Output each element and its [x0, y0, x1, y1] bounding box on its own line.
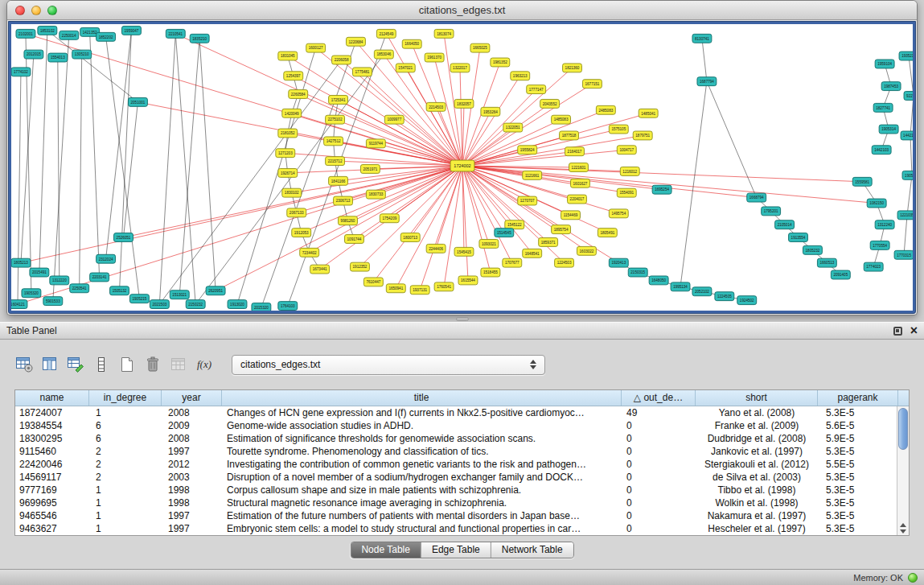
- graph-node[interactable]: 1082150: [867, 199, 886, 208]
- graph-node[interactable]: 2275102: [326, 115, 345, 124]
- column-header-5[interactable]: short: [696, 390, 818, 406]
- graph-node[interactable]: 1955824: [518, 146, 537, 154]
- graph-node[interactable]: 1895754: [552, 225, 571, 234]
- table-row[interactable]: 911546021997Tourette syndrome. Phenomeno…: [15, 445, 898, 458]
- graph-node[interactable]: 1442130: [901, 131, 913, 140]
- graph-node[interactable]: 1575105: [609, 125, 628, 134]
- graph-node[interactable]: 1905215: [129, 295, 149, 303]
- graph-node[interactable]: 1271203: [276, 149, 295, 158]
- graph-node[interactable]: 2105014: [775, 220, 795, 229]
- graph-node[interactable]: 7234402: [300, 248, 319, 257]
- column-header-6[interactable]: pagerank: [818, 390, 898, 406]
- import-table-disabled-icon[interactable]: [166, 352, 191, 377]
- graph-node[interactable]: 1853102: [38, 26, 57, 35]
- graph-node[interactable]: 1913554: [789, 233, 808, 242]
- graph-node[interactable]: 1805491: [598, 229, 617, 237]
- graph-node[interactable]: 1485083: [552, 115, 571, 124]
- graph-node[interactable]: 1687794: [697, 77, 717, 86]
- graph-node[interactable]: 2021503: [150, 300, 169, 309]
- graph-node[interactable]: 2124549: [376, 29, 396, 38]
- graph-node[interactable]: 1805213: [11, 258, 31, 267]
- graph-node[interactable]: 1220684: [347, 37, 366, 46]
- graph-node[interactable]: 1600127: [306, 43, 326, 52]
- scroll-down-icon[interactable]: [900, 529, 906, 534]
- graph-node[interactable]: 2091405: [831, 270, 850, 279]
- close-panel-icon[interactable]: ×: [910, 326, 918, 336]
- graph-node[interactable]: 1545122: [505, 220, 524, 229]
- graph-node[interactable]: 2015491: [30, 268, 49, 277]
- graph-node[interactable]: 1154469: [561, 211, 581, 220]
- graph-node[interactable]: 1770315: [894, 250, 913, 259]
- graph-node[interactable]: 8130741: [692, 34, 712, 43]
- graph-node[interactable]: 1677151: [582, 80, 602, 89]
- delete-table-icon[interactable]: [140, 352, 166, 377]
- graph-node[interactable]: 2260584: [289, 90, 308, 99]
- graph-node[interactable]: 1830733: [366, 190, 385, 199]
- graph-node[interactable]: 1665025: [470, 43, 490, 52]
- graph-node[interactable]: 1905314: [879, 125, 898, 134]
- graph-node[interactable]: 1853046: [374, 50, 393, 59]
- graph-node[interactable]: 1121661: [523, 171, 542, 179]
- graph-node[interactable]: 1813074: [434, 29, 454, 38]
- graph-node[interactable]: 2244406: [426, 244, 446, 253]
- graph-node[interactable]: 9227412: [904, 92, 913, 101]
- graph-node[interactable]: 1913020: [228, 300, 247, 309]
- graph-node[interactable]: 1485041: [639, 109, 658, 117]
- graph-node[interactable]: 1514545: [495, 229, 514, 237]
- graph-node[interactable]: 1668794: [747, 193, 766, 202]
- graph-node[interactable]: 1091744: [345, 235, 364, 244]
- graph-node[interactable]: 5901533: [43, 297, 63, 306]
- graph-node[interactable]: 1775481: [352, 68, 372, 76]
- graph-node[interactable]: 1920413: [609, 258, 628, 267]
- graph-node[interactable]: 2150315: [628, 268, 647, 277]
- column-header-1[interactable]: in_degree: [89, 390, 162, 406]
- graph-node[interactable]: 1821360: [563, 64, 582, 72]
- graph-node[interactable]: 1505132: [110, 286, 129, 295]
- new-document-icon[interactable]: [114, 352, 140, 377]
- graph-node[interactable]: 1603022: [577, 246, 596, 255]
- scrollbar-thumb[interactable]: [898, 408, 908, 450]
- float-panel-icon[interactable]: [893, 327, 902, 336]
- graph-node[interactable]: 1777147: [527, 85, 546, 94]
- network-canvas[interactable]: 1724002183104512543972260584142004921810…: [11, 24, 913, 311]
- graph-node[interactable]: 1830102: [282, 188, 302, 197]
- graph-node[interactable]: 1770554: [870, 241, 889, 249]
- graph-node[interactable]: 2620951: [206, 286, 225, 295]
- graph-node[interactable]: 1835210: [190, 34, 209, 43]
- table-row[interactable]: 969969511998Structural magnetic resonanc…: [15, 496, 898, 509]
- graph-node[interactable]: 1322051: [503, 123, 523, 132]
- table-selector-dropdown[interactable]: citations_edges.txt: [232, 355, 545, 375]
- graph-node[interactable]: 1987453: [881, 82, 901, 91]
- graph-node[interactable]: 1879751: [633, 131, 652, 140]
- graph-node[interactable]: 1442103: [872, 146, 891, 154]
- graph-node[interactable]: 1648050: [649, 276, 668, 285]
- minimize-window-button[interactable]: [31, 6, 41, 15]
- graph-node[interactable]: 1764103: [278, 302, 298, 311]
- graph-node[interactable]: 1852202: [97, 32, 116, 41]
- graph-node[interactable]: 1554013: [48, 53, 68, 62]
- graph-node[interactable]: 1615544: [458, 276, 478, 285]
- graph-node[interactable]: 1774102: [11, 68, 31, 76]
- graph-node[interactable]: 1926714: [278, 168, 298, 177]
- graph-node[interactable]: 1831045: [278, 51, 298, 60]
- graph-node[interactable]: 1905320: [22, 289, 41, 298]
- graph-node[interactable]: 2485083: [596, 105, 615, 114]
- graph-node[interactable]: 9981260: [339, 216, 358, 225]
- graph-node[interactable]: 2067133: [287, 208, 306, 217]
- graph-node[interactable]: 1859371: [539, 238, 558, 247]
- graph-node[interactable]: 1312240: [875, 220, 894, 229]
- graph-node[interactable]: 2215712: [326, 157, 345, 166]
- table-row[interactable]: 1872400712008Changes of HCN gene express…: [15, 406, 898, 419]
- graph-node[interactable]: 1827741: [873, 103, 893, 112]
- graph-node[interactable]: 2306713: [334, 196, 353, 205]
- graph-node[interactable]: 1877518: [560, 131, 579, 140]
- graph-node[interactable]: 1648541: [523, 249, 542, 257]
- graph-node[interactable]: 1312220: [50, 276, 69, 285]
- graph-node[interactable]: 2210541: [166, 29, 185, 38]
- graph-node[interactable]: 1924502: [737, 296, 757, 305]
- vertical-scrollbar[interactable]: [897, 406, 909, 535]
- graph-node[interactable]: 1322017: [450, 64, 470, 72]
- graph-node[interactable]: 1905210: [902, 171, 913, 179]
- function-builder-icon[interactable]: f(x): [191, 352, 217, 377]
- table-row[interactable]: 2242004622012Investigating the contribut…: [15, 458, 898, 471]
